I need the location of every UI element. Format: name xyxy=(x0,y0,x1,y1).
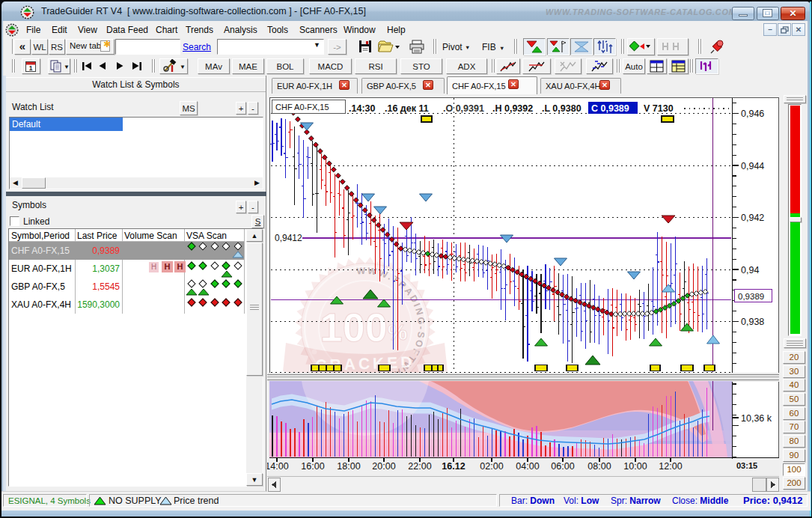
svg-text:CHF A0-FX,15: CHF A0-FX,15 xyxy=(275,103,329,112)
svg-text:16:00: 16:00 xyxy=(301,461,324,472)
svg-text:0,942: 0,942 xyxy=(741,213,764,223)
svg-text:16.12: 16.12 xyxy=(442,461,465,472)
svg-text:14:00: 14:00 xyxy=(267,461,289,472)
svg-text:0,938: 0,938 xyxy=(741,317,764,327)
svg-text:08:00: 08:00 xyxy=(587,461,611,472)
svg-text:20:00: 20:00 xyxy=(372,461,395,472)
svg-text:22:00: 22:00 xyxy=(408,461,431,472)
svg-text:12:00: 12:00 xyxy=(659,461,682,472)
svg-text:0,9389: 0,9389 xyxy=(738,292,764,301)
svg-text:1: 1 xyxy=(29,64,33,72)
svg-text:10,36 k: 10,36 k xyxy=(741,413,772,424)
svg-text:10:00: 10:00 xyxy=(623,461,647,472)
svg-text:18:00: 18:00 xyxy=(337,461,360,472)
svg-text:V 7130: V 7130 xyxy=(644,103,674,114)
svg-text:0,94: 0,94 xyxy=(741,265,759,275)
svg-text:0,9412: 0,9412 xyxy=(275,233,302,243)
svg-text:06:00: 06:00 xyxy=(551,461,574,472)
svg-text:03:15: 03:15 xyxy=(736,461,757,470)
svg-text:0,944: 0,944 xyxy=(741,161,764,171)
svg-text:C 0,9389: C 0,9389 xyxy=(591,103,629,114)
svg-text:02:00: 02:00 xyxy=(480,461,503,472)
svg-text:0,946: 0,946 xyxy=(741,109,764,119)
svg-text:04:00: 04:00 xyxy=(516,461,539,472)
